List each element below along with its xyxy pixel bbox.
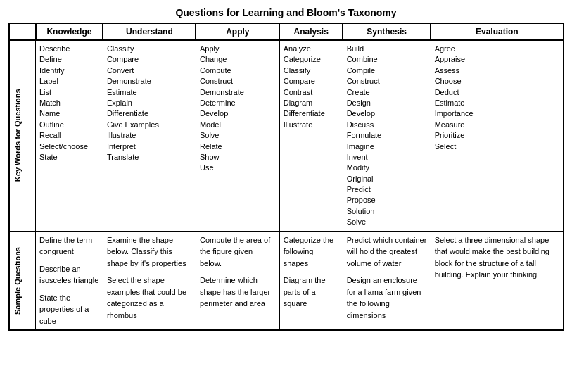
keywords-apply: ApplyChangeComputeConstructDemonstrateDe…	[196, 40, 279, 231]
header-synthesis: Synthesis	[343, 23, 431, 40]
keywords-analysis: AnalyzeCategorizeClassifyCompareContrast…	[279, 40, 343, 231]
keywords-row-header: Key Words for Questions	[9, 40, 36, 231]
page-title: Questions for Learning and Bloom's Taxon…	[8, 7, 564, 18]
samples-synthesis: Predict which container will hold the gr…	[343, 231, 431, 330]
keywords-understand: ClassifyCompareConvertDemonstrateEstimat…	[103, 40, 196, 231]
samples-apply: Compute the area of the figure given bel…	[196, 231, 279, 330]
samples-understand: Examine the shape below. Classify this s…	[103, 231, 196, 330]
samples-row-header: Sample Questions	[9, 231, 36, 330]
header-apply: Apply	[196, 23, 279, 40]
header-evaluation: Evaluation	[431, 23, 563, 40]
samples-knowledge: Define the term congruentDescribe an iso…	[36, 231, 103, 330]
header-empty	[9, 23, 36, 40]
samples-analysis: Categorize the following shapesDiagram t…	[279, 231, 343, 330]
header-analysis: Analysis	[279, 23, 343, 40]
keywords-evaluation: AgreeAppraiseAssessChooseDeductEstimateI…	[431, 40, 563, 231]
samples-evaluation: Select a three dimensional shape that wo…	[431, 231, 563, 330]
keywords-synthesis: BuildCombineCompileConstructCreateDesign…	[343, 40, 431, 231]
header-understand: Understand	[103, 23, 196, 40]
header-knowledge: Knowledge	[36, 23, 103, 40]
samples-row: Sample Questions Define the term congrue…	[9, 231, 564, 330]
keywords-knowledge: DescribeDefineIdentifyLabelListMatchName…	[36, 40, 103, 231]
page-container: Questions for Learning and Bloom's Taxon…	[8, 7, 564, 331]
keywords-row: Key Words for Questions DescribeDefineId…	[9, 40, 564, 231]
main-table: Knowledge Understand Apply Analysis Synt…	[8, 23, 564, 331]
